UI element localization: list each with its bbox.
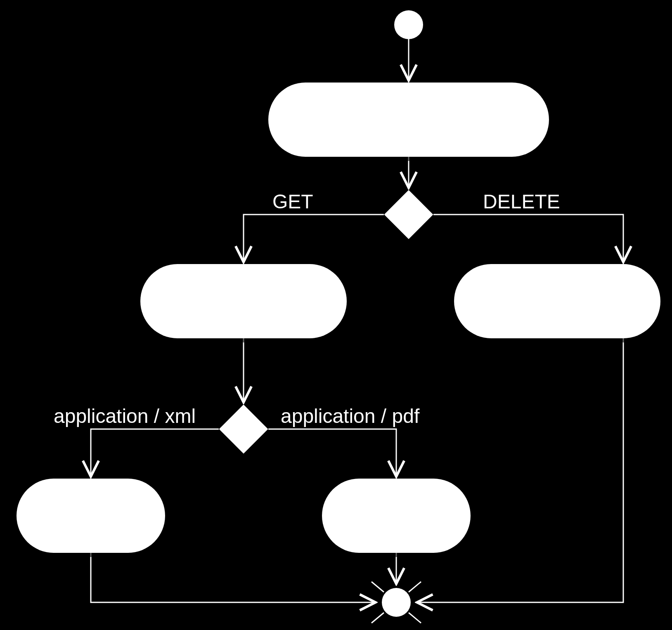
activity-node-xml xyxy=(17,479,165,553)
svg-rect-6 xyxy=(140,264,347,338)
svg-rect-10 xyxy=(322,479,471,553)
activity-diagram: GET DELETE application / xml application… xyxy=(0,0,672,630)
initial-node xyxy=(394,10,423,39)
decision-node-2 xyxy=(219,405,268,454)
final-node xyxy=(382,588,411,617)
label-delete: DELETE xyxy=(483,191,560,212)
svg-line-2 xyxy=(371,613,384,623)
svg-rect-4 xyxy=(268,83,549,157)
label-get: GET xyxy=(272,191,313,212)
svg-rect-5 xyxy=(384,190,433,239)
svg-rect-8 xyxy=(219,405,268,454)
label-app-xml: application / xml xyxy=(54,405,196,427)
edge-dec1-delete xyxy=(433,215,623,262)
activity-node-get xyxy=(140,264,347,338)
svg-rect-7 xyxy=(454,264,660,338)
svg-rect-9 xyxy=(17,479,165,553)
svg-line-1 xyxy=(409,582,421,592)
activity-node-pdf xyxy=(322,479,471,553)
edge-dec1-get xyxy=(244,215,384,262)
activity-node-1 xyxy=(268,83,549,157)
edge-xml-final xyxy=(91,553,376,602)
decision-node-1 xyxy=(384,190,433,239)
edge-del-final xyxy=(417,338,623,602)
edge-dec2-pdf xyxy=(268,429,396,477)
svg-line-0 xyxy=(371,582,384,592)
activity-node-delete xyxy=(454,264,660,338)
svg-line-3 xyxy=(409,613,421,623)
label-app-pdf: application / pdf xyxy=(281,405,420,427)
edge-dec2-xml xyxy=(91,429,219,477)
